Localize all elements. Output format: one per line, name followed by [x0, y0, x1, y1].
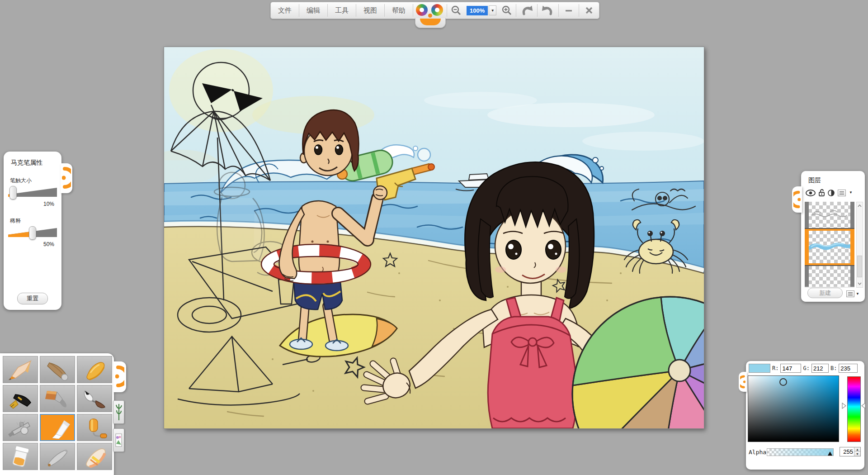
alpha-label: Alpha [749, 449, 767, 456]
close-icon [585, 6, 594, 15]
unlocked-padlock-icon[interactable] [819, 189, 825, 196]
opacity-half-circle-icon[interactable] [828, 190, 835, 196]
reset-button[interactable]: 重置 [17, 293, 48, 304]
hue-slider[interactable] [847, 376, 861, 442]
tool-grid [0, 353, 114, 473]
plant-brush-button[interactable] [113, 400, 124, 424]
layer-item-selected-water[interactable] [805, 229, 854, 265]
marker-panel-handle[interactable] [61, 163, 72, 193]
minimize-icon [564, 6, 573, 15]
brush-size-value: 10% [4, 201, 54, 207]
dilution-label: 稀释 [10, 217, 61, 225]
saturation-value-picker[interactable] [748, 375, 839, 442]
marker-panel-title: 马克笔属性 [11, 159, 61, 167]
brush-size-slider[interactable] [8, 186, 57, 198]
alpha-spinner: ▲ ▼ [840, 447, 861, 456]
menu-file[interactable]: 文件 [271, 2, 299, 19]
layer-list [805, 202, 854, 288]
current-color-swatch [749, 364, 770, 373]
dilution-value: 50% [4, 241, 54, 247]
hue-marker-right[interactable] [861, 403, 866, 409]
layer-thumbnail-water-stroke [809, 231, 850, 263]
dilution-slider-thumb[interactable] [29, 226, 36, 240]
clown-smile-icon [420, 19, 441, 25]
visibility-eye-icon[interactable] [806, 190, 816, 196]
undo-button[interactable] [516, 2, 537, 19]
tool-liner-pen[interactable] [40, 443, 75, 470]
tool-airbrush[interactable] [3, 414, 38, 441]
layers-panel-handle[interactable] [792, 186, 802, 213]
menu-tools[interactable]: 工具 [328, 2, 356, 19]
layer-item-sketch[interactable] [805, 202, 854, 229]
close-button[interactable] [579, 2, 599, 19]
green-label: G: [803, 365, 809, 371]
red-label: R: [772, 365, 778, 371]
alpha-value-input[interactable] [840, 447, 854, 456]
brush-size-label: 笔触大小 [10, 177, 61, 185]
menu-help[interactable]: 帮助 [385, 2, 413, 19]
blue-input[interactable] [839, 364, 858, 373]
clown-handle-icon [740, 374, 745, 390]
layer-list-scrollbar[interactable] [856, 202, 863, 288]
picture-stamp-button[interactable] [113, 428, 124, 452]
menu-view[interactable]: 视图 [356, 2, 384, 19]
minimize-button[interactable] [559, 2, 579, 19]
tool-paint-jar[interactable] [3, 443, 38, 470]
tool-palette-panel [0, 353, 114, 475]
layer-options-button[interactable] [846, 290, 854, 297]
alpha-slider[interactable] [767, 448, 834, 456]
marker-properties-panel: 马克笔属性 笔触大小 10% 稀释 50% 重置 [4, 152, 61, 310]
color-panel-handle[interactable] [739, 372, 747, 392]
alpha-increment-arrow[interactable]: ▲ [854, 447, 860, 452]
tool-flat-brush[interactable] [40, 385, 75, 412]
tool-wood-pen[interactable] [40, 356, 75, 383]
drawing-canvas[interactable] [164, 47, 704, 429]
brush-size-slider-thumb[interactable] [9, 186, 17, 200]
clown-eye-left-icon [416, 4, 428, 16]
layer-thumbnail-sketch [805, 202, 854, 229]
tool-paint-roller[interactable] [77, 414, 112, 441]
zoom-in-button[interactable] [498, 2, 516, 19]
tool-fountain-pen[interactable] [3, 385, 38, 412]
scroll-down-arrow-icon[interactable] [857, 280, 863, 287]
red-input[interactable] [780, 364, 801, 373]
alpha-slider-marker[interactable] [828, 451, 832, 456]
tool-ink-brush[interactable] [77, 385, 112, 412]
scrollbar-thumb[interactable] [857, 256, 862, 277]
undo-icon [520, 5, 533, 16]
dilution-slider[interactable] [8, 227, 57, 238]
clown-handle-icon [115, 363, 124, 390]
scroll-up-arrow-icon[interactable] [857, 202, 863, 209]
redo-button[interactable] [538, 2, 558, 19]
sv-cursor[interactable] [779, 378, 787, 386]
color-picker-panel: R: G: B: Alpha ▲ ▼ [746, 361, 864, 470]
blue-label: B: [830, 365, 837, 371]
layer-item-empty[interactable] [805, 265, 854, 287]
layer-menu-caret[interactable]: ▼ [849, 191, 853, 195]
green-input[interactable] [811, 364, 829, 373]
main-toolbar: 文件 编辑 工具 视图 帮助 100% ▼ [270, 2, 599, 19]
clown-handle-icon [793, 188, 801, 211]
zoom-level-value[interactable]: 100% [467, 6, 488, 15]
new-layer-button[interactable]: 新建 [807, 288, 843, 298]
tool-chisel-marker-selected[interactable] [40, 414, 75, 441]
layer-list-menu-button[interactable] [838, 190, 846, 196]
hue-marker-left[interactable] [842, 403, 846, 409]
zoom-level-control[interactable]: 100% ▼ [465, 2, 498, 19]
clown-nose-icon [428, 14, 432, 18]
zoom-out-button[interactable] [447, 2, 465, 19]
layers-panel: 图层 ▼ [801, 171, 865, 302]
canvas-artwork [164, 47, 704, 428]
tool-eraser[interactable] [77, 443, 112, 470]
alpha-decrement-arrow[interactable]: ▼ [854, 452, 860, 456]
tool-palette-handle[interactable] [113, 361, 126, 392]
picture-icon [115, 431, 122, 449]
menu-edit[interactable]: 编辑 [299, 2, 327, 19]
tool-bullet-marker[interactable] [77, 356, 112, 383]
clown-handle-icon [62, 165, 71, 190]
clown-eye-right-icon [431, 4, 443, 16]
zoom-dropdown-caret[interactable]: ▼ [489, 5, 496, 15]
tool-pencil[interactable] [3, 356, 38, 383]
layer-options-caret[interactable]: ▼ [856, 292, 859, 296]
plant-icon [116, 403, 122, 421]
